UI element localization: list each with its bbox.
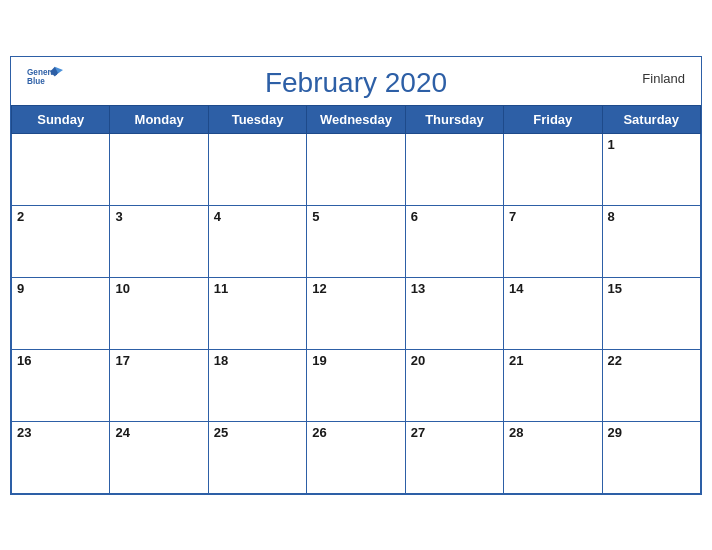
calendar-cell: 29 [602, 421, 700, 493]
day-number: 15 [608, 281, 622, 296]
calendar-cell: 11 [208, 277, 306, 349]
day-number: 23 [17, 425, 31, 440]
calendar-cell [405, 133, 503, 205]
calendar-cell: 26 [307, 421, 405, 493]
calendar-cell [110, 133, 208, 205]
calendar-cell: 8 [602, 205, 700, 277]
day-number: 20 [411, 353, 425, 368]
calendar-cell [307, 133, 405, 205]
day-number: 21 [509, 353, 523, 368]
calendar-cell: 19 [307, 349, 405, 421]
calendar-cell: 21 [504, 349, 602, 421]
week-row-1: 1 [12, 133, 701, 205]
header-saturday: Saturday [602, 105, 700, 133]
day-number: 10 [115, 281, 129, 296]
day-number: 9 [17, 281, 24, 296]
calendar-cell: 6 [405, 205, 503, 277]
calendar-cell: 22 [602, 349, 700, 421]
logo-area: General Blue [27, 65, 63, 93]
calendar-table: Sunday Monday Tuesday Wednesday Thursday… [11, 105, 701, 494]
generalblue-logo-icon: General Blue [27, 65, 63, 93]
country-label: Finland [642, 71, 685, 86]
day-number: 6 [411, 209, 418, 224]
day-number: 3 [115, 209, 122, 224]
day-number: 22 [608, 353, 622, 368]
calendar-cell: 12 [307, 277, 405, 349]
header-sunday: Sunday [12, 105, 110, 133]
calendar-header: General Blue February 2020 Finland [11, 57, 701, 105]
calendar-cell: 25 [208, 421, 306, 493]
calendar-cell: 10 [110, 277, 208, 349]
week-row-5: 23242526272829 [12, 421, 701, 493]
svg-text:Blue: Blue [27, 76, 45, 85]
calendar-cell [208, 133, 306, 205]
calendar-cell: 3 [110, 205, 208, 277]
week-row-2: 2345678 [12, 205, 701, 277]
day-number: 13 [411, 281, 425, 296]
header-monday: Monday [110, 105, 208, 133]
day-number: 7 [509, 209, 516, 224]
day-number: 19 [312, 353, 326, 368]
calendar-cell: 2 [12, 205, 110, 277]
calendar-cell [504, 133, 602, 205]
calendar-cell: 23 [12, 421, 110, 493]
day-number: 8 [608, 209, 615, 224]
day-number: 28 [509, 425, 523, 440]
week-row-4: 16171819202122 [12, 349, 701, 421]
calendar-cell: 9 [12, 277, 110, 349]
calendar-cell: 15 [602, 277, 700, 349]
day-number: 2 [17, 209, 24, 224]
calendar-cell: 7 [504, 205, 602, 277]
calendar-cell: 27 [405, 421, 503, 493]
day-number: 4 [214, 209, 221, 224]
calendar-cell: 24 [110, 421, 208, 493]
week-row-3: 9101112131415 [12, 277, 701, 349]
day-number: 29 [608, 425, 622, 440]
header-tuesday: Tuesday [208, 105, 306, 133]
calendar-cell: 20 [405, 349, 503, 421]
day-number: 16 [17, 353, 31, 368]
day-number: 24 [115, 425, 129, 440]
calendar-body: 1234567891011121314151617181920212223242… [12, 133, 701, 493]
calendar-cell: 28 [504, 421, 602, 493]
header-friday: Friday [504, 105, 602, 133]
calendar-cell: 13 [405, 277, 503, 349]
day-number: 17 [115, 353, 129, 368]
header-thursday: Thursday [405, 105, 503, 133]
weekday-header-row: Sunday Monday Tuesday Wednesday Thursday… [12, 105, 701, 133]
day-number: 27 [411, 425, 425, 440]
day-number: 12 [312, 281, 326, 296]
day-number: 1 [608, 137, 615, 152]
header-wednesday: Wednesday [307, 105, 405, 133]
day-number: 14 [509, 281, 523, 296]
calendar-cell: 16 [12, 349, 110, 421]
day-number: 18 [214, 353, 228, 368]
calendar-container: General Blue February 2020 Finland Sunda… [10, 56, 702, 495]
calendar-cell: 4 [208, 205, 306, 277]
calendar-cell: 18 [208, 349, 306, 421]
day-number: 26 [312, 425, 326, 440]
calendar-cell: 14 [504, 277, 602, 349]
calendar-cell [12, 133, 110, 205]
day-number: 25 [214, 425, 228, 440]
day-number: 11 [214, 281, 228, 296]
calendar-cell: 17 [110, 349, 208, 421]
calendar-cell: 1 [602, 133, 700, 205]
calendar-cell: 5 [307, 205, 405, 277]
day-number: 5 [312, 209, 319, 224]
calendar-title: February 2020 [265, 67, 447, 99]
